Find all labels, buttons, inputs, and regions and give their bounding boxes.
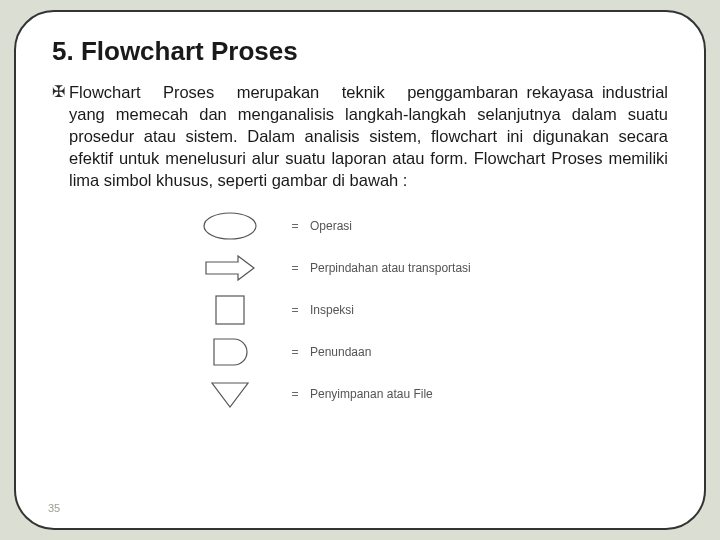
slide-title: 5. Flowchart Proses [52,36,668,67]
ellipse-icon [180,210,280,242]
triangle-icon [180,377,280,411]
slide-card: 5. Flowchart Proses ✠ Flowchart Proses m… [14,10,706,530]
para-line1: Flowchart Proses merupakan teknik pengga… [69,83,518,101]
delay-icon [180,335,280,369]
svg-rect-1 [216,296,244,324]
bullet-icon: ✠ [52,81,65,103]
symbol-row-operasi: = Operasi [180,205,540,247]
body-text-wrap: ✠ Flowchart Proses merupakan teknik peng… [52,81,668,191]
symbol-label: Inspeksi [310,303,354,317]
symbol-table: = Operasi = Perpindahan atau transportas… [180,205,540,415]
page-number: 35 [48,502,60,514]
symbol-label: Penyimpanan atau File [310,387,433,401]
symbol-label: Operasi [310,219,352,233]
equals-sign: = [280,387,310,401]
symbol-row-file: = Penyimpanan atau File [180,373,540,415]
arrow-icon [180,252,280,284]
symbol-row-transport: = Perpindahan atau transportasi [180,247,540,289]
symbol-row-penundaan: = Penundaan [180,331,540,373]
body-paragraph: Flowchart Proses merupakan teknik pengga… [69,81,668,191]
equals-sign: = [280,303,310,317]
equals-sign: = [280,345,310,359]
symbol-label: Penundaan [310,345,371,359]
symbol-row-inspeksi: = Inspeksi [180,289,540,331]
equals-sign: = [280,219,310,233]
square-icon [180,293,280,327]
symbol-label: Perpindahan atau transportasi [310,261,471,275]
svg-point-0 [204,213,256,239]
equals-sign: = [280,261,310,275]
